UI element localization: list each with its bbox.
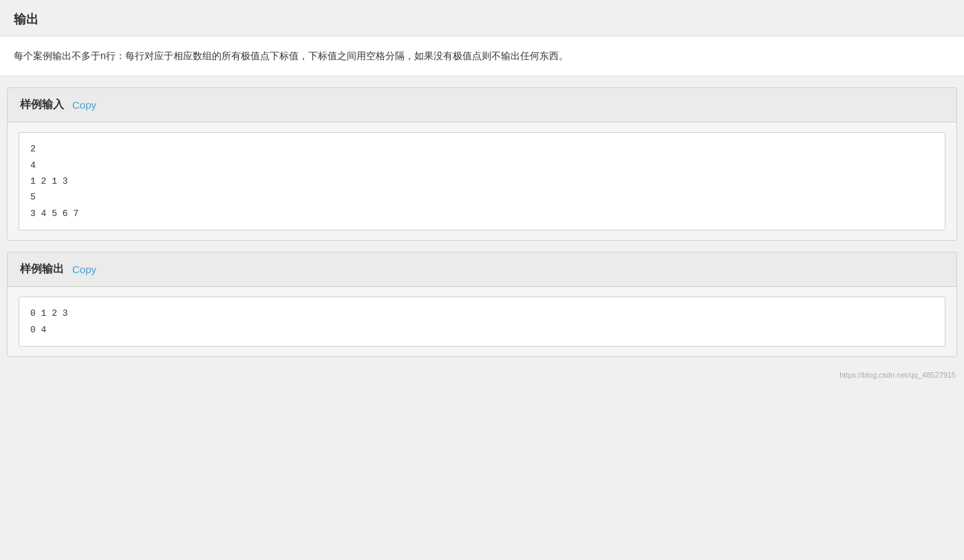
sample-input-section: 样例输入 Copy 2 4 1 2 1 3 5 3 4 5 6 7 (7, 87, 957, 241)
sample-output-code-box: 0 1 2 3 0 4 (19, 297, 945, 347)
output-title: 输出 (14, 11, 950, 28)
watermark-text: https://blog.csdn.net/qq_48527915 (839, 371, 956, 379)
sample-input-title: 样例输入 (20, 98, 64, 112)
sample-output-header: 样例输出 Copy (8, 252, 956, 287)
sample-input-code: 2 4 1 2 1 3 5 3 4 5 6 7 (30, 141, 934, 222)
sample-output-copy-button[interactable]: Copy (72, 263, 96, 275)
sample-output-section: 样例输出 Copy 0 1 2 3 0 4 (7, 252, 957, 357)
sample-output-code: 0 1 2 3 0 4 (30, 305, 934, 338)
sample-input-copy-button[interactable]: Copy (72, 99, 96, 111)
sample-input-header: 样例输入 Copy (8, 88, 956, 122)
page-wrapper: 输出 每个案例输出不多于n行：每行对应于相应数组的所有极值点下标值，下标值之间用… (0, 0, 964, 385)
watermark: https://blog.csdn.net/qq_48527915 (0, 368, 964, 385)
output-desc-section: 每个案例输出不多于n行：每行对应于相应数组的所有极值点下标值，下标值之间用空格分… (0, 36, 964, 76)
sample-output-title: 样例输出 (20, 262, 64, 277)
sample-input-code-box: 2 4 1 2 1 3 5 3 4 5 6 7 (19, 132, 945, 230)
output-header-section: 输出 (0, 0, 964, 36)
output-description: 每个案例输出不多于n行：每行对应于相应数组的所有极值点下标值，下标值之间用空格分… (14, 47, 950, 65)
